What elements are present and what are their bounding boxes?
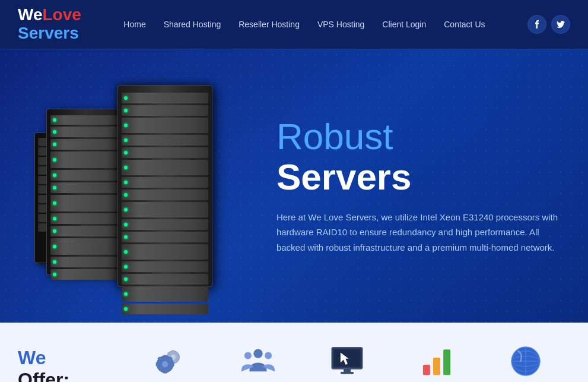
hero-description: Here at We Love Servers, we utilize Inte… xyxy=(276,210,564,255)
fast-network-icon xyxy=(505,340,546,382)
svg-rect-26 xyxy=(344,368,351,371)
logo-love-text: Love xyxy=(43,5,81,24)
svg-rect-29 xyxy=(433,358,440,375)
control-panel-icon xyxy=(326,340,368,382)
nav-client-login[interactable]: Client Login xyxy=(382,20,426,29)
hero-image xyxy=(0,61,265,311)
features-we: We xyxy=(18,347,46,368)
feature-fast-network: Fast Network xyxy=(487,340,564,382)
main-nav: Home Shared Hosting Reseller Hosting VPS… xyxy=(123,20,485,29)
svg-point-20 xyxy=(254,349,263,358)
features-offer: Offer: xyxy=(18,369,69,382)
features-title: We Offer: xyxy=(18,347,125,382)
logo: WeLove Servers xyxy=(18,6,81,43)
nav-contact-us[interactable]: Contact Us xyxy=(444,20,485,29)
hero-content: Robust Servers Here at We Love Servers, … xyxy=(0,61,588,311)
hero-title-robust: Robust xyxy=(276,116,393,157)
logo-servers-text: Servers xyxy=(18,24,81,43)
nav-home[interactable]: Home xyxy=(123,20,145,29)
hero-text: Robust Servers Here at We Love Servers, … xyxy=(265,93,588,279)
social-icons xyxy=(527,15,570,34)
svg-rect-5 xyxy=(176,355,178,358)
server-rack-main xyxy=(117,85,212,287)
svg-rect-2 xyxy=(171,350,174,352)
svg-rect-28 xyxy=(423,365,430,375)
logo-we: WeLove xyxy=(18,5,81,24)
svg-rect-15 xyxy=(171,362,174,366)
facebook-icon[interactable] xyxy=(527,15,546,34)
svg-rect-27 xyxy=(341,372,354,374)
header: WeLove Servers Home Shared Hosting Resel… xyxy=(0,0,588,49)
twitter-icon[interactable] xyxy=(551,15,570,34)
feature-robust-servers: Robust Servers xyxy=(131,340,208,382)
svg-rect-30 xyxy=(443,349,450,375)
gears-icon xyxy=(148,340,190,382)
svg-point-11 xyxy=(162,361,168,367)
feature-support: 24/7 Support xyxy=(220,340,297,382)
svg-rect-14 xyxy=(156,362,159,366)
feature-control-panel: Control Panel xyxy=(309,340,386,382)
feature-uptime: 99.9% Uptime xyxy=(398,340,475,382)
hero-title-servers: Servers xyxy=(276,157,564,197)
nav-shared-hosting[interactable]: Shared Hosting xyxy=(164,20,221,29)
logo-we-text: We xyxy=(18,5,43,24)
svg-point-21 xyxy=(244,352,252,359)
features-section: We Offer: xyxy=(0,323,588,382)
hero-section: Robust Servers Here at We Love Servers, … xyxy=(0,49,588,323)
nav-reseller-hosting[interactable]: Reseller Hosting xyxy=(239,20,300,29)
server-rack-illustration xyxy=(34,73,248,299)
support-icon xyxy=(237,340,279,382)
nav-vps-hosting[interactable]: VPS Hosting xyxy=(317,20,364,29)
svg-point-22 xyxy=(265,352,272,359)
feature-items: Robust Servers 24/7 Support xyxy=(125,340,570,382)
svg-rect-13 xyxy=(163,370,167,373)
uptime-icon xyxy=(416,340,457,382)
hero-title: Robust Servers xyxy=(276,116,564,197)
svg-rect-12 xyxy=(163,355,167,358)
server-rack-left xyxy=(46,109,123,275)
